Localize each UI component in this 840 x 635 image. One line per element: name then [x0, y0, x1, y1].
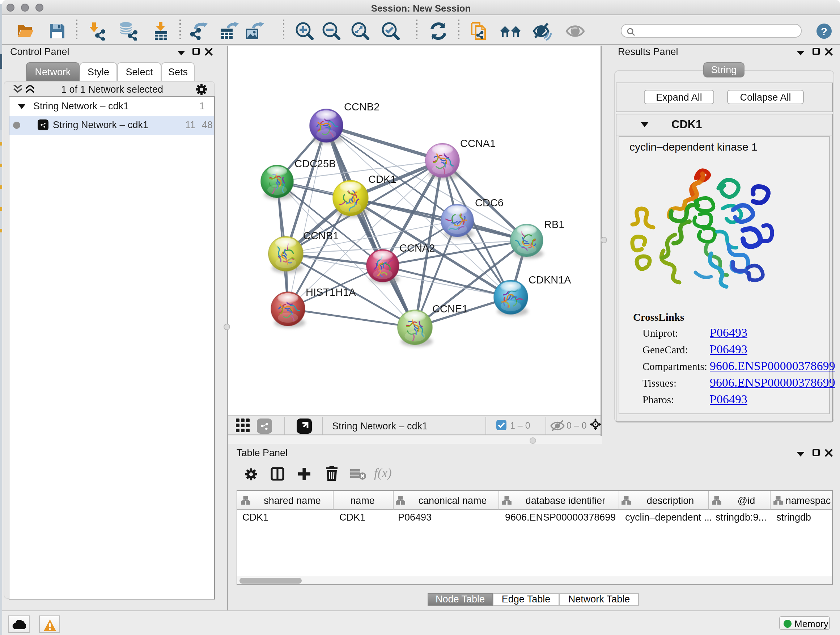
svg-text:CDK1: CDK1 — [368, 173, 396, 185]
svg-text:CCNB2: CCNB2 — [344, 101, 379, 112]
svg-text:RB1: RB1 — [544, 219, 564, 230]
svg-text:CDC6: CDC6 — [475, 197, 504, 209]
svg-text:?: ? — [821, 25, 827, 37]
svg-text:CDC25B: CDC25B — [294, 158, 336, 169]
svg-text:CCNA1: CCNA1 — [460, 138, 496, 149]
svg-text:CCNA2: CCNA2 — [399, 242, 435, 254]
svg-text:HIST1H1A: HIST1H1A — [306, 287, 356, 298]
svg-text:CDKN1A: CDKN1A — [529, 274, 571, 286]
svg-text:CCNB1: CCNB1 — [303, 230, 339, 241]
svg-text:CCNE1: CCNE1 — [432, 303, 468, 315]
